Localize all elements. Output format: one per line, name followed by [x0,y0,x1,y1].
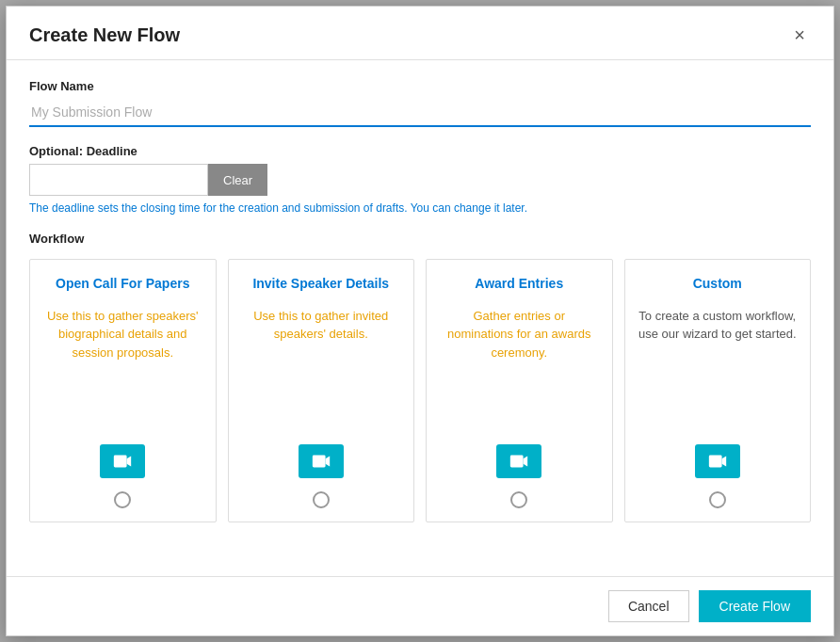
create-flow-button[interactable]: Create Flow [699,590,811,622]
card-desc-open-call: Use this to gather speakers' biographica… [43,307,202,431]
modal-title: Create New Flow [29,24,180,46]
card-desc-custom: To create a custom workflow, use our wiz… [638,307,798,431]
radio-award-entries[interactable] [510,491,527,508]
workflow-label: Workflow [29,232,811,246]
modal-header: Create New Flow × [7,7,833,60]
workflow-card-award-entries[interactable]: Award Entries Gather entries or nominati… [426,259,613,522]
video-icon-open-call [100,444,145,478]
radio-invite-speaker[interactable] [313,491,330,508]
card-desc-invite-speaker: Use this to gather invited speakers' det… [242,307,401,431]
cancel-button[interactable]: Cancel [608,590,689,622]
deadline-hint: The deadline sets the closing time for t… [29,201,811,215]
svg-marker-3 [325,457,330,467]
create-flow-modal: Create New Flow × Flow Name Optional: De… [6,6,834,636]
modal-body: Flow Name Optional: Deadline Clear The d… [7,60,833,576]
svg-marker-5 [524,457,528,467]
workflow-card-open-call[interactable]: Open Call For Papers Use this to gather … [29,259,217,522]
deadline-label: Optional: Deadline [29,144,811,158]
svg-marker-1 [127,457,132,467]
card-title-open-call: Open Call For Papers [56,275,189,294]
video-icon-award-entries [496,444,541,478]
close-button[interactable]: × [788,24,811,46]
card-title-custom: Custom [693,275,742,294]
modal-overlay: Create New Flow × Flow Name Optional: De… [0,0,840,642]
card-desc-award-entries: Gather entries or nominations for an awa… [440,307,599,431]
video-icon-invite-speaker [299,444,344,478]
card-title-invite-speaker: Invite Speaker Details [252,275,389,294]
card-title-award-entries: Award Entries [475,275,563,294]
svg-rect-6 [709,456,722,468]
workflow-card-invite-speaker[interactable]: Invite Speaker Details Use this to gathe… [228,259,415,522]
clear-button[interactable]: Clear [208,164,267,196]
svg-rect-2 [313,456,326,468]
deadline-row: Clear [29,164,811,196]
svg-marker-7 [721,457,726,467]
workflow-card-custom[interactable]: Custom To create a custom workflow, use … [624,259,812,522]
workflow-cards: Open Call For Papers Use this to gather … [29,259,811,522]
modal-footer: Cancel Create Flow [7,576,833,635]
flow-name-label: Flow Name [29,79,811,93]
video-icon-custom [695,444,740,478]
svg-rect-0 [114,456,127,468]
flow-name-input[interactable] [29,99,811,127]
deadline-input[interactable] [29,164,208,196]
radio-open-call[interactable] [114,491,131,508]
svg-rect-4 [510,456,524,468]
radio-custom[interactable] [709,491,726,508]
